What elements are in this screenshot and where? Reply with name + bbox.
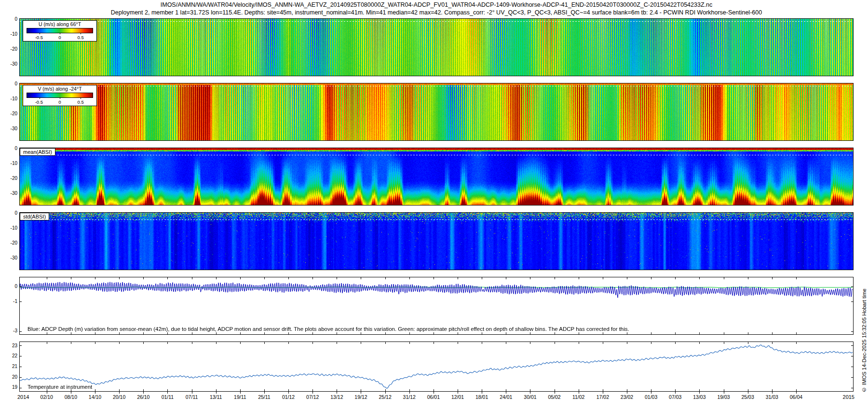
u-colorbar-tick-labels: -0.5 0 0.5 [27, 35, 93, 40]
x-axis-tick-label: 13/03 [693, 394, 705, 400]
x-axis-tick-label: 06/04 [790, 394, 802, 400]
x-axis-tick-label: 12/01 [451, 394, 464, 400]
x-axis-tick-mark [337, 392, 337, 394]
x-axis-tick-mark [675, 392, 676, 394]
x-axis-tick-label: 18/01 [475, 394, 488, 400]
x-axis-tick-label: 26/10 [137, 394, 149, 400]
colorbar-tick-label: -0.5 [35, 99, 43, 105]
panel-temperature-line: Temperature at instrument [19, 342, 854, 392]
x-axis-tick-mark [143, 392, 144, 394]
y-axis-tick-label: 23 [1, 342, 17, 348]
jet-colorbar [27, 28, 93, 33]
x-axis-tick-label: 19/03 [717, 394, 730, 400]
y-axis-tick-label: -30 [1, 125, 17, 131]
y-axis-tick-label: -20 [1, 175, 17, 180]
x-axis-tick-label: 25/11 [258, 394, 271, 400]
std-absi-label: std(ABSI) [20, 213, 49, 220]
figure-subtitle-deployment: Deployment 2, member 1 lat=31.72S lon=11… [19, 9, 854, 16]
y-axis-tick-label: -20 [1, 240, 17, 245]
panel-depth-variation-line: Blue: ADCP Depth (m) variation from sens… [19, 277, 854, 335]
y-axis-tick-label: -10 [1, 31, 17, 36]
colorbar-tick-mark [60, 33, 60, 34]
x-axis-tick-mark [71, 392, 71, 394]
panel-std-absi-heatmap: std(ABSI) [19, 212, 854, 270]
v-velocity-heatmap-canvas [20, 83, 853, 140]
y-axis-tick-label: 0 [1, 146, 17, 151]
x-axis-tick-label: 06/01 [427, 394, 440, 400]
colorbar-tick-label: -0.5 [35, 35, 43, 40]
x-axis-tick-label: 07/12 [306, 394, 319, 400]
x-axis-tick-mark [627, 392, 627, 394]
y-axis-tick-label: 0 [1, 210, 17, 216]
v-colorbar-legend: V (m/s) along -24°T -0.5 0 0.5 [23, 85, 97, 106]
x-axis-tick-label: 25/03 [742, 394, 754, 400]
x-axis-tick-mark [240, 392, 241, 394]
x-axis-tick-mark [409, 392, 410, 394]
x-axis-tick-mark [385, 392, 386, 394]
colorbar-tick-label: 0 [58, 35, 61, 40]
x-axis-tick-mark [192, 392, 192, 394]
x-axis-tick-mark [167, 392, 168, 394]
x-axis-tick-label: 11/02 [572, 394, 585, 400]
x-axis-tick-label: 07/03 [669, 394, 681, 400]
x-axis-tick-label: 13/12 [330, 394, 343, 400]
colorbar-tick-label: 0.5 [78, 99, 84, 105]
x-axis-tick-mark [47, 392, 47, 394]
x-axis-tick-mark [434, 392, 434, 394]
y-axis-tick-label: -20 [1, 46, 17, 51]
x-axis-tick-mark [482, 392, 482, 394]
x-axis-tick-label: 13/11 [210, 394, 222, 400]
u-colorbar-legend: U (m/s) along 66°T -0.5 0 0.5 [23, 20, 97, 41]
x-axis-tick-mark [555, 392, 555, 394]
x-axis-tick-mark [95, 392, 95, 394]
x-axis-year-start: 2014 [17, 394, 29, 400]
y-axis-tick-label: -1 [1, 298, 17, 303]
x-axis-tick-mark [603, 392, 603, 394]
temperature-line-canvas [20, 342, 853, 391]
y-axis-tick-label: 19 [1, 384, 17, 390]
v-legend-title: V (m/s) along -24°T [23, 86, 96, 92]
x-axis-tick-label: 14/10 [89, 394, 101, 400]
x-axis-tick-label: 19/11 [234, 394, 246, 400]
colorbar-tick-label: 0.5 [78, 35, 84, 40]
y-axis-tick-label: -30 [1, 61, 17, 66]
colorbar-tick-label: 0 [58, 99, 61, 105]
x-axis-year-end: 2015 [843, 394, 854, 400]
depth-variation-caption: Blue: ADCP Depth (m) variation from sens… [27, 326, 629, 332]
x-axis-tick-label: 17/02 [597, 394, 609, 400]
mean-absi-label: mean(ABSI) [20, 148, 55, 156]
x-axis-tick-label: 24/01 [500, 394, 512, 400]
imos-watermark: © IMOS 14-Dec-2025 15:32:05 Hobart time [861, 288, 867, 393]
x-axis-tick-label: 31/03 [766, 394, 778, 400]
x-axis-tick-label: 05/02 [548, 394, 560, 400]
x-axis-tick-mark [748, 392, 748, 394]
y-axis-tick-label: 0 [1, 81, 17, 86]
y-axis-tick-label: 20 [1, 374, 17, 379]
y-axis-tick-label: -10 [1, 225, 17, 230]
y-axis-tick-label: -20 [1, 110, 17, 116]
y-axis-tick-label: -30 [1, 255, 17, 260]
x-axis-tick-label: 02/10 [41, 394, 53, 400]
colorbar-tick-mark [60, 97, 60, 99]
y-axis-tick-label: -30 [1, 190, 17, 195]
adcp-figure: IMOS/ANMN/WA/WATR04/Velocity/IMOS_ANMN-W… [0, 0, 868, 410]
x-axis-tick-mark [119, 392, 120, 394]
x-axis-tick-label: 08/10 [65, 394, 77, 400]
x-axis-tick-mark [361, 392, 361, 394]
panel-u-velocity-heatmap: U (m/s) along 66°T -0.5 0 0.5 [19, 18, 854, 76]
x-axis-tick-mark [312, 392, 313, 394]
y-axis-tick-label: 22 [1, 353, 17, 358]
panel-mean-absi-heatmap: mean(ABSI) [19, 148, 854, 205]
u-legend-title: U (m/s) along 66°T [23, 21, 96, 27]
x-axis-tick-mark [796, 392, 797, 394]
x-axis-tick-mark [772, 392, 773, 394]
y-axis-tick-label: -10 [1, 96, 17, 101]
x-axis-tick-mark [288, 392, 289, 394]
v-colorbar-tick-labels: -0.5 0 0.5 [27, 99, 93, 105]
x-axis-tick-mark [216, 392, 217, 394]
colorbar-tick-mark [81, 97, 81, 99]
x-axis-tick-mark [579, 392, 579, 394]
x-axis-tick-mark [264, 392, 265, 394]
x-axis-tick-mark [530, 392, 530, 394]
y-axis-tick-label: 0 [1, 16, 17, 22]
